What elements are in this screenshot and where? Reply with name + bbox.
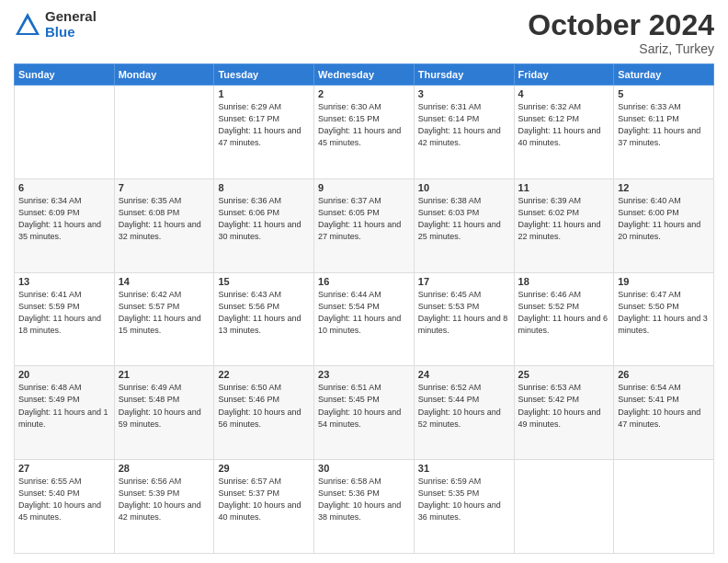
day-info: Sunrise: 6:31 AMSunset: 6:14 PMDaylight:… bbox=[418, 101, 510, 149]
day-info: Sunrise: 6:52 AMSunset: 5:44 PMDaylight:… bbox=[418, 382, 510, 430]
week-row-5: 27Sunrise: 6:55 AMSunset: 5:40 PMDayligh… bbox=[15, 460, 714, 554]
day-info: Sunrise: 6:41 AMSunset: 5:59 PMDaylight:… bbox=[18, 289, 110, 337]
calendar-cell: 16Sunrise: 6:44 AMSunset: 5:54 PMDayligh… bbox=[314, 272, 415, 366]
day-info: Sunrise: 6:47 AMSunset: 5:50 PMDaylight:… bbox=[618, 289, 710, 337]
day-number: 27 bbox=[18, 463, 110, 474]
calendar-cell: 17Sunrise: 6:45 AMSunset: 5:53 PMDayligh… bbox=[414, 272, 514, 366]
day-number: 30 bbox=[318, 463, 410, 474]
day-number: 16 bbox=[318, 276, 410, 287]
day-info: Sunrise: 6:29 AMSunset: 6:17 PMDaylight:… bbox=[218, 101, 310, 149]
month-title: October 2024 bbox=[528, 9, 714, 41]
col-saturday: Saturday bbox=[614, 64, 714, 86]
calendar-cell: 18Sunrise: 6:46 AMSunset: 5:52 PMDayligh… bbox=[514, 272, 614, 366]
day-info: Sunrise: 6:53 AMSunset: 5:42 PMDaylight:… bbox=[518, 382, 610, 430]
week-row-2: 6Sunrise: 6:34 AMSunset: 6:09 PMDaylight… bbox=[15, 178, 714, 272]
day-number: 19 bbox=[618, 276, 710, 287]
day-number: 21 bbox=[119, 369, 210, 380]
week-row-3: 13Sunrise: 6:41 AMSunset: 5:59 PMDayligh… bbox=[15, 272, 714, 366]
day-info: Sunrise: 6:39 AMSunset: 6:02 PMDaylight:… bbox=[518, 195, 610, 243]
calendar-cell: 13Sunrise: 6:41 AMSunset: 5:59 PMDayligh… bbox=[15, 272, 115, 366]
day-number: 15 bbox=[218, 276, 310, 287]
day-info: Sunrise: 6:43 AMSunset: 5:56 PMDaylight:… bbox=[218, 289, 310, 337]
subtitle: Sariz, Turkey bbox=[528, 41, 714, 56]
day-info: Sunrise: 6:45 AMSunset: 5:53 PMDaylight:… bbox=[418, 289, 510, 337]
calendar-cell: 19Sunrise: 6:47 AMSunset: 5:50 PMDayligh… bbox=[614, 272, 714, 366]
day-info: Sunrise: 6:54 AMSunset: 5:41 PMDaylight:… bbox=[618, 382, 710, 430]
calendar-cell: 26Sunrise: 6:54 AMSunset: 5:41 PMDayligh… bbox=[614, 366, 714, 460]
calendar-cell: 9Sunrise: 6:37 AMSunset: 6:05 PMDaylight… bbox=[314, 178, 415, 272]
day-number: 10 bbox=[418, 182, 510, 193]
calendar-cell: 12Sunrise: 6:40 AMSunset: 6:00 PMDayligh… bbox=[614, 178, 714, 272]
calendar-cell: 20Sunrise: 6:48 AMSunset: 5:49 PMDayligh… bbox=[15, 366, 115, 460]
day-number: 13 bbox=[18, 276, 110, 287]
calendar-cell: 1Sunrise: 6:29 AMSunset: 6:17 PMDaylight… bbox=[214, 86, 314, 179]
day-number: 2 bbox=[318, 88, 410, 99]
day-info: Sunrise: 6:49 AMSunset: 5:48 PMDaylight:… bbox=[119, 382, 210, 430]
col-friday: Friday bbox=[514, 64, 614, 86]
day-number: 11 bbox=[518, 182, 610, 193]
calendar-cell: 7Sunrise: 6:35 AMSunset: 6:08 PMDaylight… bbox=[114, 178, 214, 272]
calendar-cell: 10Sunrise: 6:38 AMSunset: 6:03 PMDayligh… bbox=[414, 178, 514, 272]
day-info: Sunrise: 6:58 AMSunset: 5:36 PMDaylight:… bbox=[318, 476, 410, 523]
col-sunday: Sunday bbox=[15, 64, 115, 86]
day-info: Sunrise: 6:46 AMSunset: 5:52 PMDaylight:… bbox=[518, 289, 610, 337]
calendar-cell: 22Sunrise: 6:50 AMSunset: 5:46 PMDayligh… bbox=[214, 366, 314, 460]
day-number: 7 bbox=[119, 182, 210, 193]
title-block: October 2024 Sariz, Turkey bbox=[528, 9, 714, 56]
day-number: 5 bbox=[618, 88, 710, 99]
day-number: 20 bbox=[18, 369, 110, 380]
day-info: Sunrise: 6:36 AMSunset: 6:06 PMDaylight:… bbox=[218, 195, 310, 243]
day-number: 22 bbox=[218, 369, 310, 380]
logo: General Blue bbox=[14, 9, 97, 40]
calendar-cell: 21Sunrise: 6:49 AMSunset: 5:48 PMDayligh… bbox=[114, 366, 214, 460]
day-number: 12 bbox=[618, 182, 710, 193]
day-number: 29 bbox=[218, 463, 310, 474]
day-info: Sunrise: 6:38 AMSunset: 6:03 PMDaylight:… bbox=[418, 195, 510, 243]
col-thursday: Thursday bbox=[414, 64, 514, 86]
week-row-1: 1Sunrise: 6:29 AMSunset: 6:17 PMDaylight… bbox=[15, 86, 714, 179]
day-info: Sunrise: 6:35 AMSunset: 6:08 PMDaylight:… bbox=[119, 195, 210, 243]
day-info: Sunrise: 6:48 AMSunset: 5:49 PMDaylight:… bbox=[18, 382, 110, 430]
col-tuesday: Tuesday bbox=[214, 64, 314, 86]
day-number: 23 bbox=[318, 369, 410, 380]
day-info: Sunrise: 6:42 AMSunset: 5:57 PMDaylight:… bbox=[119, 289, 210, 337]
calendar-cell bbox=[514, 460, 614, 554]
calendar-cell: 14Sunrise: 6:42 AMSunset: 5:57 PMDayligh… bbox=[114, 272, 214, 366]
calendar-cell: 4Sunrise: 6:32 AMSunset: 6:12 PMDaylight… bbox=[514, 86, 614, 179]
calendar-cell: 5Sunrise: 6:33 AMSunset: 6:11 PMDaylight… bbox=[614, 86, 714, 179]
day-number: 9 bbox=[318, 182, 410, 193]
day-info: Sunrise: 6:59 AMSunset: 5:35 PMDaylight:… bbox=[418, 476, 510, 523]
calendar-table: Sunday Monday Tuesday Wednesday Thursday… bbox=[14, 63, 714, 554]
page: General Blue October 2024 Sariz, Turkey … bbox=[0, 0, 728, 563]
day-info: Sunrise: 6:30 AMSunset: 6:15 PMDaylight:… bbox=[318, 101, 410, 149]
day-info: Sunrise: 6:57 AMSunset: 5:37 PMDaylight:… bbox=[218, 476, 310, 523]
calendar-cell bbox=[15, 86, 115, 179]
day-number: 14 bbox=[119, 276, 210, 287]
col-wednesday: Wednesday bbox=[314, 64, 415, 86]
day-number: 26 bbox=[618, 369, 710, 380]
day-number: 1 bbox=[218, 88, 310, 99]
calendar-cell: 30Sunrise: 6:58 AMSunset: 5:36 PMDayligh… bbox=[314, 460, 415, 554]
day-info: Sunrise: 6:33 AMSunset: 6:11 PMDaylight:… bbox=[618, 101, 710, 149]
day-info: Sunrise: 6:32 AMSunset: 6:12 PMDaylight:… bbox=[518, 101, 610, 149]
calendar-cell: 24Sunrise: 6:52 AMSunset: 5:44 PMDayligh… bbox=[414, 366, 514, 460]
day-number: 31 bbox=[418, 463, 510, 474]
header: General Blue October 2024 Sariz, Turkey bbox=[14, 9, 714, 56]
day-info: Sunrise: 6:51 AMSunset: 5:45 PMDaylight:… bbox=[318, 382, 410, 430]
calendar-cell: 3Sunrise: 6:31 AMSunset: 6:14 PMDaylight… bbox=[414, 86, 514, 179]
calendar-cell: 6Sunrise: 6:34 AMSunset: 6:09 PMDaylight… bbox=[15, 178, 115, 272]
day-number: 3 bbox=[418, 88, 510, 99]
day-number: 24 bbox=[418, 369, 510, 380]
calendar-cell: 2Sunrise: 6:30 AMSunset: 6:15 PMDaylight… bbox=[314, 86, 415, 179]
calendar-cell: 11Sunrise: 6:39 AMSunset: 6:02 PMDayligh… bbox=[514, 178, 614, 272]
day-info: Sunrise: 6:56 AMSunset: 5:39 PMDaylight:… bbox=[119, 476, 210, 523]
calendar-cell bbox=[114, 86, 214, 179]
logo-icon bbox=[14, 11, 41, 39]
day-number: 6 bbox=[18, 182, 110, 193]
calendar-cell: 15Sunrise: 6:43 AMSunset: 5:56 PMDayligh… bbox=[214, 272, 314, 366]
header-row: Sunday Monday Tuesday Wednesday Thursday… bbox=[15, 64, 714, 86]
calendar-cell: 31Sunrise: 6:59 AMSunset: 5:35 PMDayligh… bbox=[414, 460, 514, 554]
day-number: 18 bbox=[518, 276, 610, 287]
calendar-cell: 25Sunrise: 6:53 AMSunset: 5:42 PMDayligh… bbox=[514, 366, 614, 460]
day-info: Sunrise: 6:44 AMSunset: 5:54 PMDaylight:… bbox=[318, 289, 410, 337]
